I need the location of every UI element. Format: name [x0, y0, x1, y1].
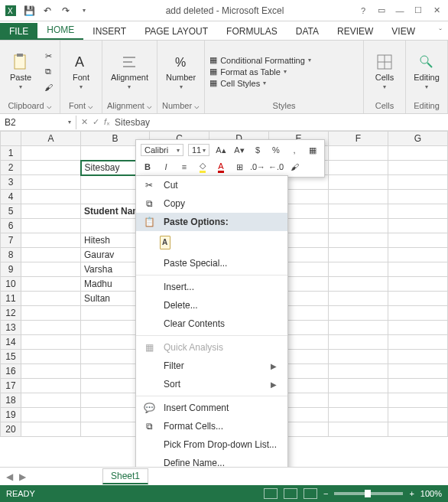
enter-icon[interactable]: ✓: [93, 117, 99, 127]
row-header[interactable]: 2: [1, 161, 21, 175]
row-header[interactable]: 5: [1, 204, 21, 219]
save-icon[interactable]: 💾: [23, 5, 35, 17]
cells-button[interactable]: Cells ▾: [368, 53, 401, 90]
increase-decimal-icon[interactable]: .0→: [251, 160, 265, 174]
ctx-clear-contents[interactable]: Clear Contents: [136, 315, 287, 333]
merge-icon[interactable]: 🖌: [287, 160, 301, 174]
tab-data[interactable]: DATA: [287, 23, 328, 40]
row-header[interactable]: 18: [1, 393, 21, 408]
col-header[interactable]: A: [21, 132, 81, 146]
ctx-format-cells[interactable]: ⧉Format Cells...: [136, 417, 287, 435]
bold-icon[interactable]: B: [141, 160, 154, 174]
format-as-table-button[interactable]: ▦Format as Table▾: [209, 67, 311, 77]
qat-dropdown-icon[interactable]: ▾: [78, 5, 90, 17]
ctx-paste-special[interactable]: Paste Special...: [136, 254, 287, 272]
row-header[interactable]: 1: [1, 146, 21, 161]
row-header[interactable]: 19: [1, 408, 21, 422]
col-header[interactable]: G: [388, 132, 447, 146]
borders-icon[interactable]: ⊞: [232, 160, 246, 174]
row-header[interactable]: 14: [1, 335, 21, 350]
ctx-insert[interactable]: Insert...: [136, 278, 287, 296]
zoom-in-icon[interactable]: +: [409, 489, 414, 498]
ctx-delete[interactable]: Delete...: [136, 296, 287, 315]
accounting-format-icon[interactable]: $: [251, 143, 265, 157]
formatpainter-icon[interactable]: 🖌: [41, 80, 55, 94]
zoom-out-icon[interactable]: −: [323, 489, 328, 498]
increase-font-icon[interactable]: A▴: [214, 143, 228, 157]
ctx-paste-options[interactable]: 📋Paste Options:: [136, 213, 287, 231]
cut-icon[interactable]: ✂: [41, 50, 55, 64]
minimize-icon[interactable]: —: [391, 3, 408, 18]
conditional-formatting-button[interactable]: ▦Conditional Formatting▾: [209, 55, 311, 65]
italic-icon[interactable]: I: [159, 160, 173, 174]
center-icon[interactable]: ≡: [177, 160, 191, 174]
percent-icon[interactable]: %: [269, 143, 283, 157]
tab-pagelayout[interactable]: PAGE LAYOUT: [135, 23, 217, 40]
row-header[interactable]: 11: [1, 292, 21, 306]
maximize-icon[interactable]: ☐: [410, 3, 427, 18]
select-all[interactable]: [1, 132, 21, 146]
collapse-ribbon-icon[interactable]: ˇ: [433, 24, 448, 40]
editing-button[interactable]: Editing ▾: [411, 53, 443, 90]
row-header[interactable]: 10: [1, 277, 21, 292]
zoom-level[interactable]: 100%: [420, 489, 442, 498]
tab-view[interactable]: VIEW: [382, 23, 424, 40]
row-header[interactable]: 20: [1, 422, 21, 437]
paste-button[interactable]: Paste ▾: [5, 53, 37, 90]
row-header[interactable]: 17: [1, 379, 21, 393]
row-header[interactable]: 15: [1, 350, 21, 364]
ctx-copy[interactable]: ⧉Copy: [136, 194, 287, 213]
copy-icon[interactable]: ⧉: [41, 65, 55, 79]
close-icon[interactable]: ✕: [428, 3, 445, 18]
formula-input[interactable]: Sitesbay: [115, 117, 443, 128]
tab-formulas[interactable]: FORMULAS: [217, 23, 287, 40]
ctx-filter[interactable]: Filter▶: [136, 357, 287, 375]
row-header[interactable]: 6: [1, 219, 21, 233]
view-layout-icon[interactable]: [284, 488, 297, 499]
decrease-decimal-icon[interactable]: ←.0: [269, 160, 283, 174]
view-pagebreak-icon[interactable]: [304, 488, 317, 499]
tab-home[interactable]: HOME: [37, 21, 83, 40]
cancel-icon[interactable]: ✕: [81, 117, 88, 127]
group-cells: Cells ▾ Cells: [364, 41, 406, 113]
row-header[interactable]: 13: [1, 321, 21, 335]
ctx-cut[interactable]: ✂Cut: [136, 176, 287, 194]
ribbon-options-icon[interactable]: ▭: [373, 3, 390, 18]
ctx-pick-dropdown[interactable]: Pick From Drop-down List...: [136, 435, 287, 454]
cell-styles-button[interactable]: ▦Cell Styles▾: [209, 78, 311, 88]
fx-icon[interactable]: fₓ: [104, 117, 110, 127]
row-header[interactable]: 9: [1, 262, 21, 277]
format-painter-icon[interactable]: ▦: [306, 143, 320, 157]
view-normal-icon[interactable]: [264, 488, 278, 499]
row-header[interactable]: 16: [1, 364, 21, 379]
sheet-tab-sheet1[interactable]: Sheet1: [102, 468, 148, 484]
col-header[interactable]: F: [328, 132, 388, 146]
tab-insert[interactable]: INSERT: [83, 23, 135, 40]
ctx-sort[interactable]: Sort▶: [136, 375, 287, 393]
mini-font-select[interactable]: Calibri▾: [141, 144, 183, 156]
nav-next-icon[interactable]: ▶: [19, 471, 26, 482]
redo-icon[interactable]: ↷: [60, 5, 72, 17]
undo-icon[interactable]: ↶: [41, 5, 54, 17]
tab-file[interactable]: FILE: [0, 23, 37, 40]
nav-prev-icon[interactable]: ◀: [0, 471, 19, 482]
row-header[interactable]: 12: [1, 306, 21, 321]
font-button[interactable]: A Font ▾: [65, 53, 97, 90]
row-header[interactable]: 7: [1, 233, 21, 248]
row-header[interactable]: 8: [1, 248, 21, 262]
tab-review[interactable]: REVIEW: [328, 23, 382, 40]
row-header[interactable]: 3: [1, 175, 21, 190]
font-color-icon[interactable]: A: [214, 160, 228, 174]
zoom-slider[interactable]: [334, 492, 403, 495]
fill-color-icon[interactable]: ◇: [196, 160, 209, 174]
ctx-insert-comment[interactable]: 💬Insert Comment: [136, 399, 287, 417]
help-icon[interactable]: ?: [355, 3, 372, 18]
ctx-paste-values[interactable]: [136, 231, 287, 254]
name-box[interactable]: B2▾: [0, 116, 76, 129]
mini-size-select[interactable]: 11▾: [188, 144, 209, 156]
alignment-button[interactable]: Alignment ▾: [113, 53, 145, 90]
number-button[interactable]: % Number ▾: [165, 53, 197, 90]
row-header[interactable]: 4: [1, 190, 21, 204]
decrease-font-icon[interactable]: A▾: [232, 143, 246, 157]
comma-icon[interactable]: ,: [287, 143, 301, 157]
